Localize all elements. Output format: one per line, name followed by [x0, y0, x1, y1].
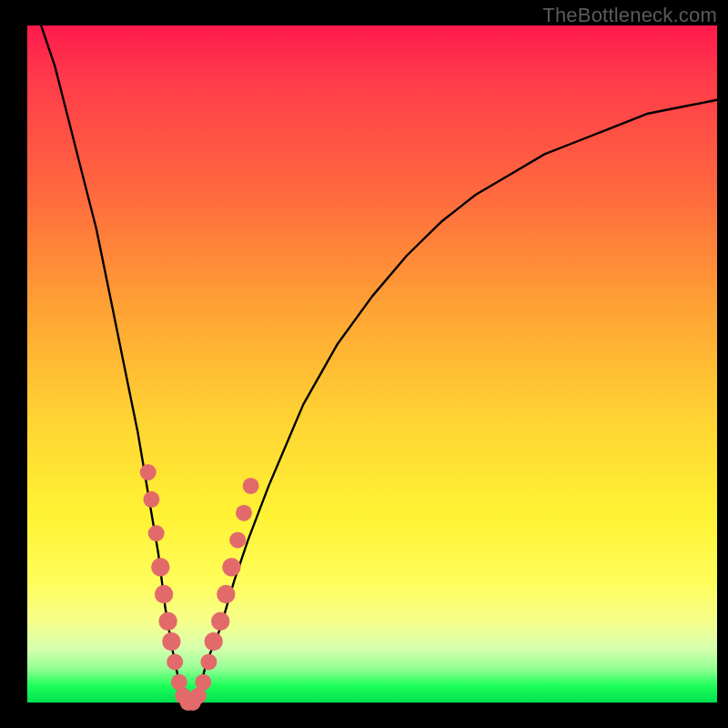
marker-dot [229, 531, 246, 548]
marker-dot [236, 505, 252, 521]
marker-dot [148, 525, 165, 541]
marker-dot [151, 558, 169, 576]
marker-dot [140, 464, 157, 480]
marker-dot [155, 585, 173, 603]
marker-dot [143, 491, 159, 508]
curve-svg [27, 25, 717, 703]
marker-dot [158, 612, 177, 631]
marker-dot [217, 585, 235, 603]
marker-dot [167, 653, 183, 670]
marker-dot [222, 558, 240, 576]
chart-frame: TheBottleneck.com [0, 0, 728, 728]
watermark-text: TheBottleneck.com [542, 4, 717, 27]
plot-area [27, 25, 717, 703]
marker-dot [205, 632, 223, 651]
marker-group [140, 464, 259, 711]
marker-dot [243, 478, 259, 494]
marker-dot [195, 674, 211, 691]
bottleneck-curve [41, 25, 717, 703]
marker-dot [162, 632, 180, 651]
marker-dot [211, 612, 229, 631]
marker-dot [200, 653, 217, 670]
